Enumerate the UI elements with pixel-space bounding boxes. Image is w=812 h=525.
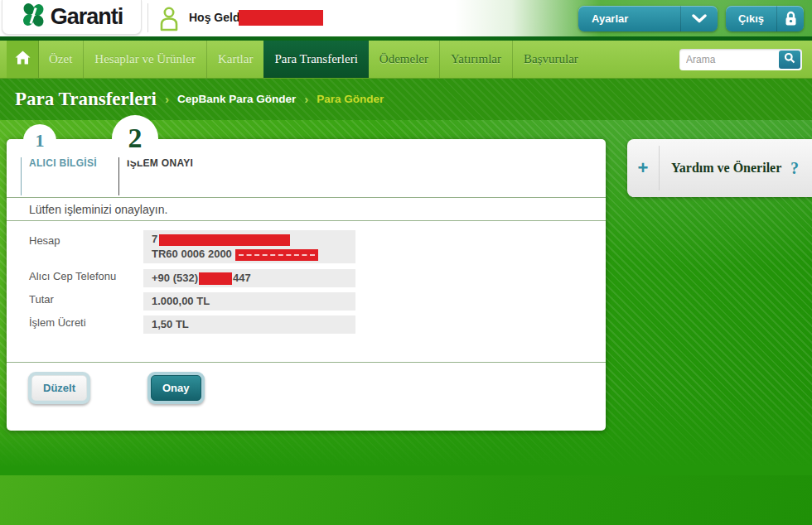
tab-yatirimlar[interactable]: Yatırımlar [439, 41, 512, 78]
field-value-hesap: 7 TR60 0006 2000 [143, 230, 355, 263]
question-mark-icon[interactable]: ? [790, 159, 812, 178]
edit-button-label: Düzelt [31, 375, 87, 401]
page-title: Para Transferleri [15, 89, 157, 110]
field-value-alici-cep-telefonu: +90 (532)447 [143, 269, 355, 287]
divider [7, 197, 606, 198]
logout-label: Çıkış [726, 12, 776, 25]
tab-para-transferleri[interactable]: Para Transferleri [263, 41, 368, 78]
user-icon [157, 6, 181, 35]
redaction-bar [199, 272, 232, 285]
divider [7, 362, 606, 363]
search-input[interactable] [679, 54, 779, 65]
confirm-button[interactable]: Onay [147, 372, 205, 404]
field-label-tutar: Tutar [29, 293, 54, 306]
tab-basvurular[interactable]: Başvurular [512, 41, 589, 78]
search-box [679, 49, 802, 70]
clover-icon [21, 2, 46, 32]
field-value-tutar: 1.000,00 TL [143, 292, 355, 311]
page: Garanti Hoş Geldiniz Ayarlar Çıkış [0, 0, 812, 525]
tab-odemeler[interactable]: Ödemeler [369, 41, 439, 78]
step-2-label: İŞLEM ONAYI [118, 157, 193, 195]
search-button[interactable] [779, 51, 800, 69]
divider [7, 220, 606, 221]
confirmation-message: Lütfen işleminizi onaylayın. [29, 203, 167, 216]
field-label-islem-ucreti: İşlem Ücreti [29, 316, 86, 329]
edit-button[interactable]: Düzelt [28, 372, 90, 404]
account-line-2: TR60 0006 2000 [152, 247, 347, 262]
step-1-number: 1 [23, 124, 56, 157]
breadcrumb-cepbank-para-gonder[interactable]: CepBank Para Gönder [177, 93, 296, 105]
tab-ozet[interactable]: Özet [38, 41, 83, 78]
help-panel: + Yardım ve Öneriler ? [627, 139, 812, 197]
step-1-label: ALICI BİLGİSİ [21, 157, 97, 195]
redaction-bar [235, 249, 318, 261]
home-button[interactable] [7, 41, 39, 78]
breadcrumb-para-gonder: Para Gönder [317, 93, 384, 105]
help-panel-title: Yardım ve Öneriler [660, 161, 790, 176]
field-value-islem-ucreti: 1,50 TL [143, 315, 355, 334]
tab-hesaplar-ve-urunler[interactable]: Hesaplar ve Ürünler [83, 41, 206, 78]
expand-plus-icon[interactable]: + [627, 157, 659, 179]
main-navigation: Özet Hesaplar ve Ürünler Kartlar Para Tr… [0, 41, 812, 79]
account-line-1: 7 [152, 232, 347, 247]
redaction-bar [239, 10, 323, 26]
lock-icon [776, 6, 804, 31]
logo-wordmark: Garanti [51, 4, 123, 30]
step-2-number: 2 [112, 115, 158, 161]
header-divider [147, 3, 148, 32]
tab-kartlar[interactable]: Kartlar [206, 41, 263, 78]
header: Garanti Hoş Geldiniz Ayarlar Çıkış [0, 0, 812, 36]
transfer-confirmation-card: ALICI BİLGİSİ İŞLEM ONAYI Lütfen işlemin… [7, 139, 606, 431]
settings-button[interactable]: Ayarlar [578, 6, 718, 31]
breadcrumb-separator: › [165, 92, 169, 106]
home-icon [14, 50, 31, 69]
redaction-bar [159, 234, 290, 246]
garanti-logo[interactable]: Garanti [2, 0, 142, 35]
nav-tabs: Özet Hesaplar ve Ürünler Kartlar Para Tr… [38, 41, 589, 78]
field-label-hesap: Hesap [29, 234, 60, 247]
confirm-button-label: Onay [151, 375, 201, 401]
chevron-down-icon [680, 6, 718, 31]
search-icon [784, 52, 795, 67]
breadcrumb: Para Transferleri › CepBank Para Gönder … [0, 78, 812, 120]
logout-button[interactable]: Çıkış [726, 6, 804, 31]
field-label-alici-cep-telefonu: Alıcı Cep Telefonu [29, 270, 116, 282]
breadcrumb-separator: › [304, 92, 308, 106]
settings-label: Ayarlar [578, 12, 680, 25]
